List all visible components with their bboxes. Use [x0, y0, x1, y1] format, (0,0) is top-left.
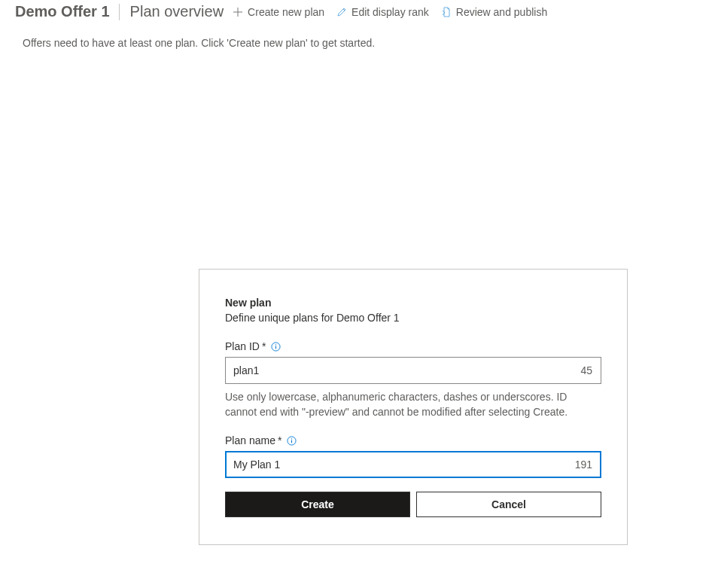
- empty-state-message: Offers need to have at least one plan. C…: [0, 26, 712, 59]
- page-header: Demo Offer 1 Plan overview Create new pl…: [0, 0, 712, 26]
- info-icon[interactable]: [270, 341, 281, 352]
- plan-id-help-text: Use only lowercase, alphanumeric charact…: [225, 390, 601, 419]
- modal-title: New plan: [225, 297, 601, 309]
- publish-icon: [441, 7, 452, 17]
- plan-id-label: Plan ID *: [225, 340, 601, 352]
- offer-title: Demo Offer 1: [15, 3, 119, 20]
- new-plan-modal: New plan Define unique plans for Demo Of…: [199, 269, 628, 545]
- modal-button-row: Create Cancel: [225, 492, 601, 517]
- review-and-publish-label: Review and publish: [456, 6, 547, 18]
- required-asterisk: *: [262, 340, 266, 352]
- plan-name-input-wrap: 191: [225, 451, 601, 478]
- edit-display-rank-button[interactable]: Edit display rank: [336, 6, 429, 18]
- plan-id-char-count: 45: [580, 364, 592, 376]
- vertical-divider: [119, 4, 120, 20]
- svg-point-1: [275, 344, 276, 345]
- page-title: Plan overview: [121, 3, 230, 20]
- plan-id-input-wrap: 45: [225, 357, 601, 384]
- modal-subtitle: Define unique plans for Demo Offer 1: [225, 312, 601, 324]
- svg-point-3: [291, 438, 292, 439]
- create-new-plan-button[interactable]: Create new plan: [233, 6, 324, 18]
- toolbar: Create new plan Edit display rank Review…: [233, 6, 547, 18]
- plan-id-input[interactable]: [225, 357, 601, 384]
- info-icon[interactable]: [286, 435, 297, 446]
- create-button[interactable]: Create: [225, 492, 410, 517]
- edit-display-rank-label: Edit display rank: [351, 6, 429, 18]
- review-and-publish-button[interactable]: Review and publish: [441, 6, 547, 18]
- create-new-plan-label: Create new plan: [248, 6, 324, 18]
- plan-id-label-text: Plan ID: [225, 340, 260, 352]
- plan-name-label: Plan name *: [225, 434, 601, 446]
- plan-name-input[interactable]: [225, 451, 601, 478]
- plan-name-label-text: Plan name: [225, 434, 275, 446]
- required-asterisk: *: [278, 434, 281, 446]
- plus-icon: [233, 7, 243, 17]
- cancel-button[interactable]: Cancel: [416, 492, 601, 517]
- pencil-icon: [336, 7, 347, 17]
- plan-name-char-count: 191: [575, 459, 592, 471]
